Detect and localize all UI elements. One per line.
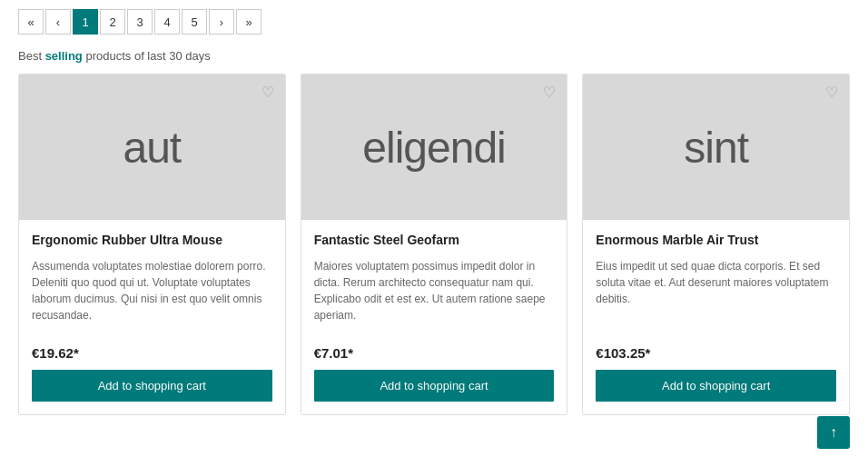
pagination-prev-double[interactable]: « xyxy=(18,9,44,35)
product-body-2: Fantastic Steel Geofarm Maiores voluptat… xyxy=(301,220,567,333)
product-card-1: aut ♡ Ergonomic Rubber Ultra Mouse Assum… xyxy=(18,74,286,415)
product-price-1: €19.62* xyxy=(19,345,285,361)
product-name-1: Ergonomic Rubber Ultra Mouse xyxy=(32,233,272,247)
pagination-next-double[interactable]: » xyxy=(236,9,261,35)
product-card-2: eligendi ♡ Fantastic Steel Geofarm Maior… xyxy=(301,74,568,415)
add-to-cart-button-3[interactable]: Add to shopping cart xyxy=(596,370,836,402)
product-image-2: eligendi ♡ xyxy=(301,75,567,220)
product-name-2: Fantastic Steel Geofarm xyxy=(314,233,555,247)
product-image-1: aut ♡ xyxy=(19,75,285,220)
product-card-3: sint ♡ Enormous Marble Air Trust Eius im… xyxy=(582,74,850,415)
pagination-next[interactable]: › xyxy=(209,9,234,35)
wishlist-button-1[interactable]: ♡ xyxy=(258,82,278,104)
product-price-3: €103.25* xyxy=(583,345,849,361)
product-body-3: Enormous Marble Air Trust Eius impedit u… xyxy=(583,220,849,333)
products-grid: aut ♡ Ergonomic Rubber Ultra Mouse Assum… xyxy=(18,74,850,415)
add-to-cart-button-2[interactable]: Add to shopping cart xyxy=(314,370,555,402)
product-image-3: sint ♡ xyxy=(583,75,849,220)
pagination-page-4[interactable]: 4 xyxy=(154,9,180,35)
pagination-page-2[interactable]: 2 xyxy=(100,9,125,35)
scroll-to-top-button[interactable]: ↑ xyxy=(817,416,850,433)
pagination-page-1[interactable]: 1 xyxy=(73,9,98,35)
product-name-3: Enormous Marble Air Trust xyxy=(596,233,836,247)
product-body-1: Ergonomic Rubber Ultra Mouse Assumenda v… xyxy=(19,220,285,333)
best-selling-highlight: selling xyxy=(45,49,83,63)
pagination-page-3[interactable]: 3 xyxy=(127,9,153,35)
best-selling-label: Best selling products of last 30 days xyxy=(18,49,850,63)
product-description-2: Maiores voluptatem possimus impedit dolo… xyxy=(314,258,555,323)
product-image-text-3: sint xyxy=(684,123,748,173)
best-selling-suffix: products of last 30 days xyxy=(83,49,211,63)
pagination-page-5[interactable]: 5 xyxy=(182,9,207,35)
add-to-cart-button-1[interactable]: Add to shopping cart xyxy=(32,370,272,402)
product-price-2: €7.01* xyxy=(301,345,567,361)
product-image-text-1: aut xyxy=(123,123,181,173)
wishlist-button-3[interactable]: ♡ xyxy=(822,82,842,104)
wishlist-button-2[interactable]: ♡ xyxy=(539,82,559,104)
product-description-3: Eius impedit ut sed quae dicta corporis.… xyxy=(596,258,836,323)
product-image-text-2: eligendi xyxy=(362,123,505,173)
pagination: « ‹ 1 2 3 4 5 › » xyxy=(18,9,850,35)
page-wrapper: « ‹ 1 2 3 4 5 › » Best selling products … xyxy=(0,0,868,433)
product-description-1: Assumenda voluptates molestiae dolorem p… xyxy=(32,258,272,323)
pagination-prev[interactable]: ‹ xyxy=(45,9,71,35)
